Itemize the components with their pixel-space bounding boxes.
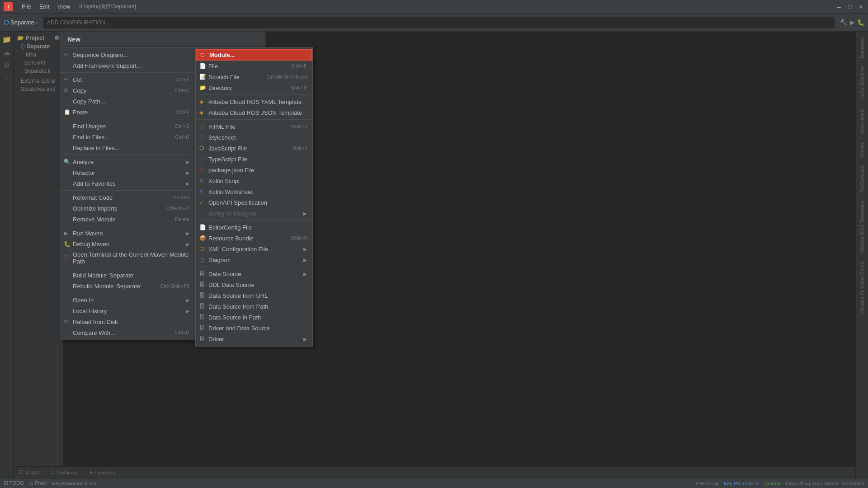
separator-3	[60, 155, 195, 155]
reformat-shortcut: Shift+S	[173, 195, 189, 200]
reload-from-disk-item[interactable]: ↻ Reload from Disk	[60, 316, 195, 327]
maximize-button[interactable]: □	[846, 3, 854, 10]
local-history-item[interactable]: Local History ▶	[60, 305, 195, 316]
alibaba-yaml-item[interactable]: ◈ Alibaba Cloud ROS YAML Template	[196, 96, 312, 107]
html-shortcut: Shift+H	[291, 124, 307, 129]
js-file-item[interactable]: ⬡ JavaScript File Shift+J	[196, 143, 312, 154]
ts-file-item[interactable]: ⬡ TypeScript File	[196, 154, 312, 164]
data-source-url-item[interactable]: 🗄 Data Source from URL	[196, 290, 312, 301]
cut-item[interactable]: ✂ Cut Ctrl+X	[60, 74, 195, 85]
find-usages-item[interactable]: Find Usages Ctrl+G	[60, 121, 195, 131]
paste-item[interactable]: 📋 Paste Ctrl+V	[60, 107, 195, 117]
add-to-favorites-item[interactable]: Add to Favorites ▶	[60, 178, 195, 189]
scratch-label: Scratch File	[208, 74, 240, 80]
remove-module-item[interactable]: Remove Module Delete	[60, 214, 195, 225]
add-framework-item[interactable]: Add Framework Support...	[60, 60, 195, 71]
find-in-files-item[interactable]: Find in Files... Ctrl+H	[60, 131, 195, 142]
sequence-diagram-item[interactable]: ✂ Sequence Diagram...	[60, 49, 195, 60]
separator-4	[60, 190, 195, 191]
add-configuration-button[interactable]: ADD CONFIGURATION...	[43, 17, 835, 28]
copy-path-item[interactable]: Copy Path...	[60, 96, 195, 107]
optimize-imports-item[interactable]: Optimize Imports Ctrl+Alt+O	[60, 203, 195, 214]
editorconfig-item[interactable]: 📄 EditorConfig File	[196, 222, 312, 233]
file-label: File	[208, 63, 218, 70]
data-source-path-item[interactable]: 🗄 Data Source from Path	[196, 301, 312, 312]
event-log-status[interactable]: Event Log	[696, 481, 719, 486]
cut-icon: ✂	[64, 76, 68, 83]
codota-status[interactable]: Codota	[764, 481, 780, 486]
edit-menu[interactable]: Edit	[36, 2, 53, 11]
minimize-button[interactable]: –	[835, 3, 843, 10]
ddl-icon: 🗄	[199, 282, 205, 288]
debug-icon[interactable]: 🐛	[857, 19, 864, 26]
run-maven-icon: ▶	[64, 230, 68, 236]
view-menu[interactable]: View	[54, 2, 74, 11]
js-icon: ⬡	[199, 145, 204, 151]
compare-with-label: Compare With...	[73, 329, 115, 336]
open-terminal-item[interactable]: ⬛ Open Terminal at the Current Maven Mod…	[60, 249, 195, 267]
kotlin-script-item[interactable]: K Kotlin Script	[196, 175, 312, 186]
module-item[interactable]: ⬡ Module...	[196, 49, 312, 61]
refactor-item[interactable]: Refactor ▶	[60, 167, 195, 178]
key-promoter-x-status[interactable]: Key Promoter X	[724, 481, 759, 486]
package-json-item[interactable]: ⬡ package.json File	[196, 164, 312, 175]
close-button[interactable]: ×	[857, 3, 864, 10]
alibaba-json-item[interactable]: ◈ Alibaba Cloud ROS JSON Template	[196, 107, 312, 118]
swing-arrow: ▶	[303, 211, 307, 216]
add-to-favorites-label: Add to Favorites	[73, 180, 116, 187]
file-menu[interactable]: File	[18, 2, 35, 11]
compare-with-item[interactable]: Compare With... Ctrl+D	[60, 327, 195, 338]
data-source-in-path-item[interactable]: 🗄 Data Source in Path	[196, 312, 312, 323]
data-source-path-label: Data Source from Path	[208, 303, 268, 310]
app-icon: I	[4, 2, 13, 11]
open-in-item[interactable]: Open In ▶	[60, 295, 195, 305]
local-history-label: Local History	[73, 308, 107, 314]
reformat-code-item[interactable]: Reformat Code Shift+S	[60, 192, 195, 203]
module-label: Module...	[209, 52, 235, 58]
diagram-item[interactable]: ◫ Diagram ▶	[196, 254, 312, 265]
find-in-files-shortcut: Ctrl+H	[175, 134, 189, 140]
remove-module-label: Remove Module	[73, 216, 116, 223]
driver-item[interactable]: 🗄 Driver ▶	[196, 333, 312, 344]
ts-label: TypeScript File	[208, 156, 247, 163]
problems-status[interactable]: ⚠ Probl	[29, 480, 47, 486]
file-item[interactable]: 📄 File Shift+F	[196, 61, 312, 71]
run-maven-item[interactable]: ▶ Run Maven ▶	[60, 228, 195, 239]
driver-data-source-item[interactable]: 🗄 Driver and Data Source	[196, 323, 312, 333]
run-icon[interactable]: ▶	[850, 19, 854, 26]
build-module-item[interactable]: Build Module 'Separate'	[60, 270, 195, 281]
terminal-icon: ⬛	[64, 255, 71, 261]
analyze-arrow: ▶	[186, 160, 189, 164]
scratch-icon: 📝	[199, 74, 206, 80]
new-header-label: New	[67, 36, 80, 43]
html-file-item[interactable]: ⬡ HTML File Shift+H	[196, 121, 312, 132]
package-icon: ⬡	[199, 167, 204, 173]
ddl-data-source-item[interactable]: 🗄 DDL Data Source	[196, 279, 312, 290]
rebuild-module-item[interactable]: Rebuild Module 'Separate' Ctrl+Shift+F9	[60, 281, 195, 291]
project-name: Separate	[10, 19, 34, 26]
stylesheet-item[interactable]: ⬡ Stylesheet	[196, 132, 312, 143]
find-in-files-label: Find in Files...	[73, 134, 109, 141]
resource-bundle-item[interactable]: 📦 Resource Bundle Shift+R	[196, 233, 312, 244]
kotlin-worksheet-item[interactable]: K Kotlin Worksheet	[196, 186, 312, 197]
diagram-label: Diagram	[208, 257, 231, 263]
todo-status[interactable]: ☑ TODO	[4, 480, 24, 486]
optimize-label: Optimize Imports	[73, 205, 117, 212]
project-selector[interactable]: ⬡ Separate ›	[4, 19, 38, 26]
debug-maven-item[interactable]: 🐛 Debug Maven ▶	[60, 239, 195, 249]
cut-shortcut: Ctrl+X	[175, 77, 189, 82]
file-icon: 📄	[199, 63, 206, 69]
toolbar: ⬡ Separate › ADD CONFIGURATION... 🔨 ▶ 🐛	[0, 14, 868, 32]
directory-item[interactable]: 📁 Directory Shift+P	[196, 82, 312, 93]
data-source-item[interactable]: 🗄 Data Source ▶	[196, 268, 312, 279]
scratch-file-item[interactable]: 📝 Scratch File Ctrl+Alt+Shift+Insert	[196, 71, 312, 82]
kotlin-ws-icon: K	[199, 188, 203, 195]
analyze-item[interactable]: 🔍 Analyze ▶	[60, 156, 195, 167]
openapi-item[interactable]: ✓ OpenAPI Specification	[196, 197, 312, 208]
build-icon[interactable]: 🔨	[840, 19, 847, 26]
copy-item[interactable]: ⧉ Copy Ctrl+C	[60, 85, 195, 96]
ds-url-icon: 🗄	[199, 292, 205, 299]
xml-config-item[interactable]: ⬡ XML Configuration File ▶	[196, 244, 312, 254]
replace-in-files-item[interactable]: Replace in Files...	[60, 142, 195, 153]
stylesheet-label: Stylesheet	[208, 134, 236, 141]
